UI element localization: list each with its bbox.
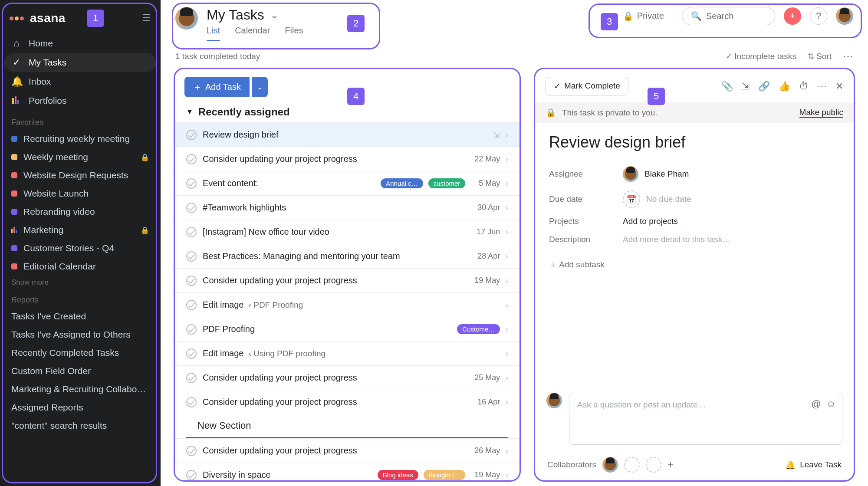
task-row[interactable]: Edit image ‹ Using PDF proofing›	[175, 341, 519, 365]
chevron-down-icon[interactable]: ⌄	[270, 10, 278, 21]
sidebar-favorite-item[interactable]: Recruiting weekly meeting	[0, 130, 161, 148]
tag-pill[interactable]: thought l…	[424, 470, 466, 480]
global-add-button[interactable]: +	[784, 7, 801, 25]
task-row[interactable]: PDF ProofingCustome…›	[175, 317, 519, 341]
task-row[interactable]: Review design brief⇲›	[175, 122, 519, 147]
sidebar-report-item[interactable]: Tasks I've Created	[0, 307, 161, 325]
task-row[interactable]: Diversity in spaceBlog ideasthought l…19…	[175, 463, 519, 480]
add-subtask-button[interactable]: ＋ Add subtask	[535, 249, 854, 274]
sidebar-report-item[interactable]: Custom Field Order	[0, 362, 161, 380]
sidebar-favorite-item[interactable]: Weekly meeting🔒	[0, 148, 161, 166]
nav-portfolios[interactable]: Portfolios	[0, 91, 161, 110]
task-title[interactable]: Review design brief	[535, 123, 854, 162]
sidebar-report-item[interactable]: Recently Completed Tasks	[0, 344, 161, 362]
mark-complete-button[interactable]: ✓ Mark Complete	[546, 77, 628, 95]
chevron-right-icon: ›	[505, 373, 508, 383]
more-icon[interactable]: ⋯	[817, 81, 827, 92]
assignee-value[interactable]: Blake Pham	[623, 166, 689, 182]
task-name: Consider updating your project progress	[203, 276, 464, 286]
task-row[interactable]: [Instagram] New office tour video17 Jun›	[175, 220, 519, 244]
sidebar-report-item[interactable]: Assigned Reports	[0, 398, 161, 417]
sidebar-favorite-item[interactable]: Editorial Calendar	[0, 257, 161, 276]
task-row[interactable]: Event content:Annual c…customer5 May›	[175, 171, 519, 195]
attachment-icon[interactable]: 📎	[721, 81, 733, 92]
nav-home[interactable]: ⌂ Home	[0, 34, 161, 53]
due-date-value[interactable]: 📅 No due date	[623, 190, 691, 208]
tab-calendar[interactable]: Calendar	[235, 26, 270, 41]
help-button[interactable]: ?	[810, 7, 827, 25]
nav-my-tasks[interactable]: ✓ My Tasks	[4, 53, 156, 72]
sort-button[interactable]: ⇅ Sort	[808, 52, 832, 61]
add-collaborator-slot[interactable]	[624, 457, 640, 473]
complete-checkbox[interactable]	[186, 397, 197, 407]
complete-checkbox[interactable]	[186, 178, 197, 189]
sidebar-report-item[interactable]: Marketing & Recruiting Collabo…	[0, 380, 161, 398]
complete-checkbox[interactable]	[186, 470, 197, 480]
sidebar-report-item[interactable]: Tasks I've Assigned to Others	[0, 325, 161, 344]
privacy-button[interactable]: 🔒 Private	[623, 11, 664, 21]
tab-files[interactable]: Files	[285, 26, 303, 41]
projects-value[interactable]: Add to projects	[623, 217, 678, 226]
complete-checkbox[interactable]	[186, 227, 197, 237]
sidebar-favorite-item[interactable]: Website Launch	[0, 184, 161, 203]
link-icon[interactable]: 🔗	[758, 81, 770, 92]
complete-checkbox[interactable]	[186, 373, 197, 383]
subtask-icon[interactable]: ⇲	[742, 81, 750, 92]
user-avatar[interactable]	[175, 7, 198, 30]
close-icon[interactable]: ✕	[835, 81, 843, 92]
search-input[interactable]: 🔍 Search	[682, 7, 775, 25]
sidebar-favorite-item[interactable]: Rebranding video	[0, 203, 161, 221]
tag-pill[interactable]: customer	[428, 178, 466, 188]
complete-checkbox[interactable]	[186, 446, 197, 456]
collapse-sidebar-icon[interactable]: ☰	[142, 13, 151, 24]
collapse-section-icon[interactable]: ▼	[186, 108, 193, 116]
complete-checkbox[interactable]	[186, 324, 197, 335]
make-public-link[interactable]: Make public	[799, 108, 843, 118]
add-task-button[interactable]: ＋ Add Task	[184, 77, 250, 97]
task-row[interactable]: Consider updating your project progress1…	[175, 268, 519, 292]
emoji-icon[interactable]: ☺	[826, 398, 836, 410]
section-name[interactable]: New Section	[186, 414, 508, 438]
tag-pill[interactable]: Custome…	[457, 324, 500, 334]
tag-pill[interactable]: Annual c…	[381, 178, 423, 188]
add-collaborator-button[interactable]: +	[667, 459, 674, 471]
chevron-right-icon: ›	[505, 300, 508, 310]
task-row[interactable]: #Teamwork highlights30 Apr›	[175, 195, 519, 220]
description-placeholder[interactable]: Add more detail to this task…	[623, 235, 730, 244]
filter-button[interactable]: ✓ Incomplete tasks	[726, 52, 796, 61]
task-row[interactable]: Edit image ‹ PDF Proofing›	[175, 292, 519, 317]
add-collaborator-slot[interactable]	[646, 457, 661, 473]
user-menu-avatar[interactable]	[836, 7, 853, 25]
collaborator-avatar[interactable]	[602, 457, 618, 473]
complete-checkbox[interactable]	[186, 203, 197, 213]
task-row[interactable]: Consider updating your project progress2…	[175, 147, 519, 171]
tag-pill[interactable]: Blog ideas	[378, 470, 418, 480]
complete-checkbox[interactable]	[186, 300, 197, 310]
task-row[interactable]: Consider updating your project progress2…	[175, 365, 519, 390]
task-row[interactable]: Best Practices: Managing and mentoring y…	[175, 244, 519, 268]
sidebar-favorite-item[interactable]: Marketing🔒	[0, 221, 161, 239]
task-row[interactable]: Consider updating your project progress2…	[175, 438, 519, 463]
annotation-badge-5: 5	[648, 88, 665, 105]
sidebar-report-item[interactable]: "content" search results	[0, 417, 161, 435]
complete-checkbox[interactable]	[186, 130, 197, 140]
sidebar-favorite-item[interactable]: Website Design Requests	[0, 166, 161, 184]
nav-inbox[interactable]: 🔔 Inbox	[0, 72, 161, 91]
show-more-link[interactable]: Show more	[0, 276, 161, 288]
add-task-dropdown[interactable]: ⌄	[252, 77, 268, 97]
leave-task-button[interactable]: 🔔 Leave Task	[785, 460, 842, 470]
complete-checkbox[interactable]	[186, 348, 197, 359]
mention-icon[interactable]: @	[811, 398, 821, 410]
complete-checkbox[interactable]	[186, 154, 197, 164]
comment-input[interactable]: Ask a question or post an update… @ ☺	[569, 393, 842, 445]
complete-checkbox[interactable]	[186, 251, 197, 262]
task-date: 25 May	[470, 373, 500, 382]
task-date: 17 Jun	[470, 227, 500, 236]
task-row[interactable]: Consider updating your project progress1…	[175, 390, 519, 414]
complete-checkbox[interactable]	[186, 276, 197, 286]
tab-list[interactable]: List	[207, 26, 220, 41]
timer-icon[interactable]: ⏱	[799, 81, 809, 92]
sidebar-favorite-item[interactable]: Customer Stories - Q4	[0, 239, 161, 257]
like-icon[interactable]: 👍	[779, 81, 790, 92]
more-menu-icon[interactable]: ⋯	[843, 50, 853, 62]
